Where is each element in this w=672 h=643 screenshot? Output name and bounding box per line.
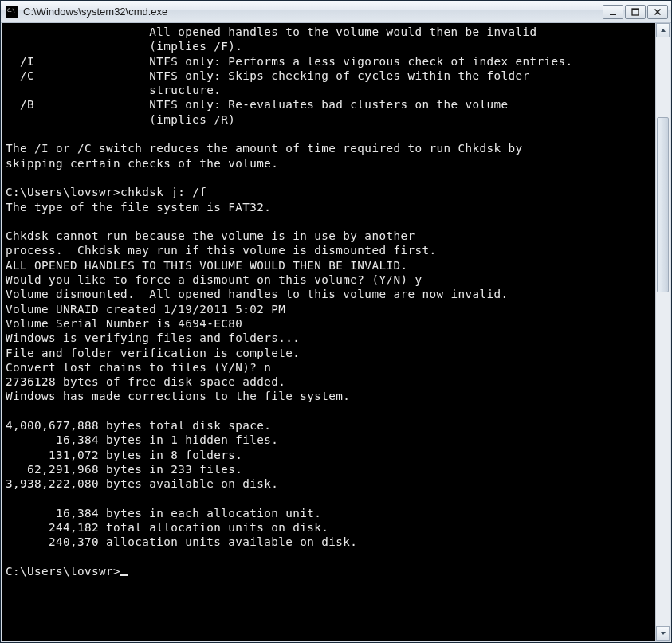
svg-rect-0 — [610, 14, 616, 15]
terminal-output[interactable]: All opened handles to the volume would t… — [2, 23, 655, 641]
terminal-line: 244,182 total allocation units on disk. — [6, 520, 655, 535]
client-area: All opened handles to the volume would t… — [1, 23, 671, 642]
terminal-line: 240,370 allocation units available on di… — [6, 535, 655, 549]
prompt-text: C:\Users\lovswr> — [6, 565, 120, 578]
terminal-line — [6, 550, 655, 564]
maximize-icon — [631, 8, 639, 16]
terminal-line: C:\Users\lovswr>chkdsk j: /f — [6, 185, 655, 199]
cursor — [120, 574, 128, 576]
terminal-line: File and folder verification is complete… — [6, 346, 655, 360]
terminal-line: The /I or /C switch reduces the amount o… — [6, 141, 655, 155]
window-title: C:\Windows\system32\cmd.exe — [23, 6, 603, 18]
scroll-up-button[interactable] — [656, 23, 670, 37]
chevron-down-icon — [660, 630, 666, 637]
terminal-line: /C NTFS only: Skips checking of cycles w… — [6, 69, 655, 83]
cmd-window: C:\Windows\system32\cmd.exe — [0, 0, 672, 643]
terminal-line — [6, 171, 655, 185]
terminal-line — [6, 404, 655, 418]
scroll-down-button[interactable] — [656, 626, 670, 641]
terminal-line: Volume dismounted. All opened handles to… — [6, 287, 655, 301]
terminal-line: All opened handles to the volume would t… — [6, 25, 655, 39]
scroll-track[interactable] — [656, 37, 670, 626]
terminal-line: Chkdsk cannot run because the volume is … — [6, 229, 655, 243]
terminal-line: 2736128 bytes of free disk space added. — [6, 374, 655, 389]
terminal-line: skipping certain checks of the volume. — [6, 156, 655, 171]
terminal-line: (implies /R) — [6, 112, 655, 127]
terminal-line — [6, 127, 655, 141]
terminal-line: The type of the file system is FAT32. — [6, 200, 655, 214]
terminal-line — [6, 214, 655, 229]
terminal-prompt[interactable]: C:\Users\lovswr> — [6, 564, 655, 578]
terminal-line: Volume UNRAID created 1/19/2011 5:02 PM — [6, 302, 655, 316]
svg-marker-6 — [661, 632, 666, 635]
close-button[interactable] — [647, 5, 668, 19]
terminal-line — [6, 492, 655, 506]
terminal-line: Volume Serial Number is 4694-EC80 — [6, 316, 655, 331]
terminal-line: 3,938,222,080 bytes available on disk. — [6, 476, 655, 491]
window-controls — [603, 5, 668, 19]
terminal-line: 62,291,968 bytes in 233 files. — [6, 462, 655, 476]
svg-marker-5 — [661, 29, 666, 32]
cmd-icon — [6, 6, 18, 18]
terminal-line: Windows has made corrections to the file… — [6, 389, 655, 403]
terminal-line: Convert lost chains to files (Y/N)? n — [6, 360, 655, 374]
chevron-up-icon — [660, 27, 666, 33]
terminal-line: 16,384 bytes in each allocation unit. — [6, 506, 655, 520]
close-icon — [654, 8, 662, 16]
scroll-thumb[interactable] — [657, 117, 669, 292]
maximize-button[interactable] — [625, 5, 646, 19]
vertical-scrollbar[interactable] — [655, 23, 670, 641]
terminal-line: structure. — [6, 83, 655, 97]
terminal-line: (implies /F). — [6, 39, 655, 53]
minimize-icon — [609, 8, 617, 16]
titlebar[interactable]: C:\Windows\system32\cmd.exe — [1, 1, 671, 23]
terminal-line: process. Chkdsk may run if this volume i… — [6, 243, 655, 257]
terminal-line: 16,384 bytes in 1 hidden files. — [6, 433, 655, 447]
terminal-line: 131,072 bytes in 8 folders. — [6, 448, 655, 462]
terminal-line: Would you like to force a dismount on th… — [6, 272, 655, 287]
minimize-button[interactable] — [603, 5, 623, 19]
svg-rect-2 — [632, 9, 639, 10]
terminal-line: 4,000,677,888 bytes total disk space. — [6, 418, 655, 433]
terminal-line: ALL OPENED HANDLES TO THIS VOLUME WOULD … — [6, 258, 655, 272]
terminal-line: /B NTFS only: Re-evaluates bad clusters … — [6, 97, 655, 112]
terminal-line: Windows is verifying files and folders..… — [6, 331, 655, 345]
terminal-line: /I NTFS only: Performs a less vigorous c… — [6, 54, 655, 69]
